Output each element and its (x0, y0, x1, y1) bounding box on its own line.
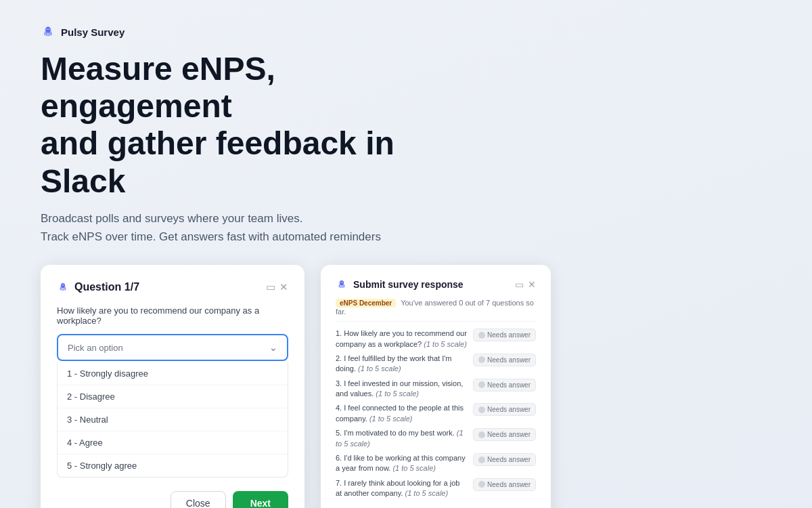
question-card-title: Question 1/7 (74, 281, 139, 293)
option-3[interactable]: 3 - Neutral (58, 408, 288, 431)
option-5[interactable]: 5 - Strongly agree (58, 454, 288, 477)
svg-point-9 (62, 285, 62, 286)
svg-point-5 (49, 29, 49, 30)
dropdown-placeholder: Pick an option (68, 343, 123, 353)
page-wrapper: Pulsy Survey Measure eNPS, engagement an… (0, 0, 812, 508)
survey-q-6-text: 6. I'd like to be working at this compan… (336, 453, 468, 474)
survey-q-4: 4. I feel connected to the people at thi… (336, 403, 536, 424)
survey-q-7-text: 7. I rarely think about looking for a jo… (336, 478, 468, 499)
needs-icon-7 (478, 481, 485, 488)
survey-meta: eNPS December You've answered 0 out of 7… (336, 299, 536, 322)
survey-copy-icon[interactable]: ▭ (515, 279, 524, 290)
survey-q-6: 6. I'd like to be working at this compan… (336, 453, 536, 474)
option-1[interactable]: 1 - Strongly disagree (58, 362, 288, 385)
card-header: Question 1/7 ▭ ✕ (57, 281, 288, 293)
survey-q-2: 2. I feel fulfilled by the work that I'm… (336, 354, 536, 375)
survey-q-4-text: 4. I feel connected to the people at thi… (336, 403, 468, 424)
enps-tag: eNPS December (336, 299, 396, 308)
survey-header-left: Submit survey response (336, 278, 464, 291)
question-text: How likely are you to recommend our comp… (57, 305, 288, 326)
survey-q-5-text: 5. I'm motivated to do my best work. (1 … (336, 428, 468, 449)
svg-point-10 (64, 285, 64, 286)
card-buttons: Close Next (57, 491, 288, 508)
needs-icon-4 (478, 406, 485, 413)
options-list: 1 - Strongly disagree 2 - Disagree 3 - N… (57, 362, 288, 478)
survey-q-1: 1. How likely are you to recommend our c… (336, 329, 536, 350)
survey-q-1-badge: Needs answer (473, 329, 536, 341)
survey-q-2-text: 2. I feel fulfilled by the work that I'm… (336, 354, 468, 375)
survey-card: Submit survey response ▭ ✕ eNPS December… (321, 265, 551, 508)
svg-point-1 (45, 27, 51, 33)
survey-card-title: Submit survey response (353, 279, 464, 290)
question-card: Question 1/7 ▭ ✕ How likely are you to r… (41, 265, 304, 508)
survey-q-1-text: 1. How likely are you to recommend our c… (336, 329, 468, 350)
survey-q-5-badge: Needs answer (473, 428, 536, 441)
brand-name: Pulsy Survey (61, 26, 125, 38)
survey-q-7: 7. I rarely think about looking for a jo… (336, 478, 536, 499)
needs-icon-3 (478, 381, 485, 388)
card-action-icons: ▭ ✕ (266, 281, 288, 293)
close-icon[interactable]: ✕ (279, 281, 288, 293)
hero-title: Measure eNPS, engagement and gather feed… (41, 50, 447, 200)
card-header-left: Question 1/7 (57, 281, 139, 293)
needs-icon (478, 332, 485, 339)
svg-point-14 (340, 282, 341, 283)
survey-questions: 1. How likely are you to recommend our c… (336, 329, 536, 499)
question-card-icon (57, 281, 69, 293)
survey-q-7-badge: Needs answer (473, 478, 536, 491)
survey-close-icon[interactable]: ✕ (528, 279, 536, 290)
survey-action-icons: ▭ ✕ (515, 279, 536, 290)
needs-icon-2 (478, 356, 485, 363)
close-button[interactable]: Close (171, 491, 226, 508)
survey-q-5: 5. I'm motivated to do my best work. (1 … (336, 428, 536, 449)
survey-q-3-text: 3. I feel invested in our mission, visio… (336, 379, 468, 400)
survey-header: Submit survey response ▭ ✕ (336, 278, 536, 291)
cards-row: Question 1/7 ▭ ✕ How likely are you to r… (41, 265, 771, 508)
svg-point-11 (340, 280, 344, 285)
brand-row: Pulsy Survey (41, 24, 771, 39)
needs-icon-6 (478, 457, 485, 463)
survey-q-6-badge: Needs answer (473, 453, 536, 466)
survey-card-icon (336, 278, 348, 291)
chevron-down-icon: ⌄ (269, 342, 277, 353)
brand-icon (41, 24, 55, 39)
survey-q-3-badge: Needs answer (473, 379, 536, 391)
option-4[interactable]: 4 - Agree (58, 431, 288, 454)
pick-option-dropdown[interactable]: Pick an option ⌄ (57, 334, 288, 361)
option-2[interactable]: 2 - Disagree (58, 385, 288, 408)
copy-icon[interactable]: ▭ (266, 281, 275, 293)
needs-icon-5 (478, 431, 485, 438)
survey-q-2-badge: Needs answer (473, 354, 536, 366)
survey-q-3: 3. I feel invested in our mission, visio… (336, 379, 536, 400)
hero-subtitle: Broadcast polls and surveys where your t… (41, 209, 433, 246)
svg-point-6 (61, 283, 65, 288)
svg-point-15 (342, 282, 343, 283)
survey-q-4-badge: Needs answer (473, 403, 536, 416)
next-button[interactable]: Next (233, 491, 288, 508)
svg-point-4 (47, 29, 47, 30)
